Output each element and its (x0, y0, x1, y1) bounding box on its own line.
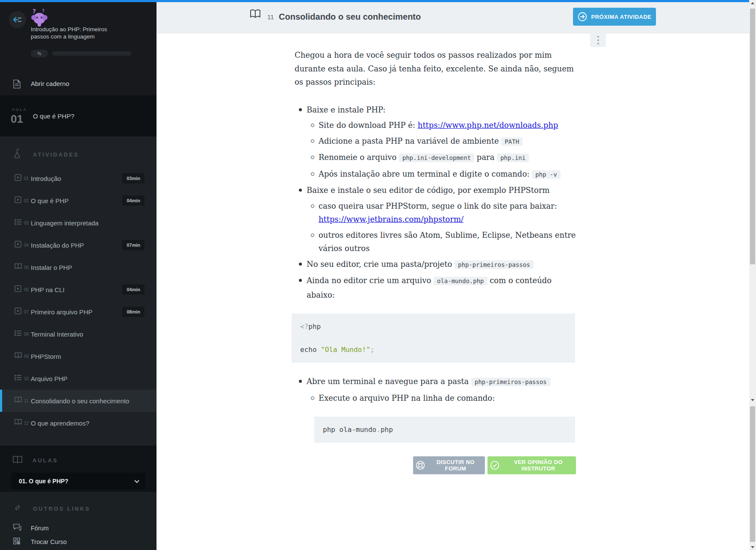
book-icon (15, 397, 22, 405)
code-block: php ola-mundo.php (314, 417, 575, 443)
activity-item-07[interactable]: 07Primeiro arquivo PHP08min (0, 301, 157, 323)
activity-item-label: PHP na CLI (31, 286, 65, 293)
bullet-item: No seu editor, crie uma pasta/projeto ph… (295, 257, 576, 272)
activity-number: 11 (267, 13, 274, 21)
sidebar: ? ? Introdução ao PHP: Primeiros passos … (0, 2, 157, 550)
sub-bullet-item: Renomeie o arquivo php.ini-development p… (295, 151, 576, 165)
php-course-logo: ? ? (29, 7, 50, 28)
video-icon (15, 241, 21, 249)
svg-text:?: ? (42, 8, 44, 14)
activity-item-09[interactable]: 09PHPStorm (0, 345, 157, 367)
video-icon (15, 196, 21, 205)
activity-title: Consolidando o seu conhecimento (279, 12, 421, 22)
activity-item-05[interactable]: 05Instalar o PHP (0, 256, 157, 278)
sidebar-course-header: ? ? Introdução ao PHP: Primeiros passos … (0, 2, 157, 95)
collapse-arrow-icon (13, 16, 22, 23)
activity-item-06[interactable]: 06PHP na CLI04min (0, 278, 157, 301)
bullet-marker (311, 139, 314, 143)
current-lesson-banner[interactable]: AULA 01 O que é PHP? (0, 95, 157, 136)
lesson-select[interactable]: 01. O que é PHP? (11, 473, 145, 490)
activity-book-icon (250, 9, 260, 21)
activity-item-number: 06 (24, 287, 29, 292)
bullet-marker (299, 263, 302, 266)
activity-item-label: Primeiro arquivo PHP (31, 308, 92, 316)
open-book-icon (13, 455, 22, 465)
activity-item-label: Arquivo PHP (31, 375, 68, 382)
inline-code: php -v (532, 170, 561, 179)
forum-label: Fórum (31, 525, 49, 532)
main-panel: 11 Consolidando o seu conhecimento PRÓXI… (157, 2, 749, 550)
discuss-forum-label: DISCUTIR NO FORUM (429, 459, 482, 472)
activity-item-number: 03 (24, 221, 29, 225)
chevron-down-icon (134, 477, 139, 485)
top-accent-bar (0, 0, 749, 2)
activity-actions: DISCUTIR NO FORUMVER OPINIÃO DO INSTRUTO… (413, 456, 576, 474)
list-icon (15, 330, 21, 338)
activity-item-label: Instalar o PHP (31, 264, 72, 271)
progress-percent-badge: % (31, 50, 48, 57)
activity-item-11[interactable]: 11Consolidando o seu conhecimento (0, 390, 157, 412)
scroll-down-arrow[interactable] (749, 544, 756, 550)
activity-content: Chegou a hora de você seguir todos os pa… (295, 48, 576, 474)
bullet-marker (311, 204, 314, 208)
notebook-icon (13, 80, 21, 90)
switch-course-label: Trocar Curso (31, 538, 67, 545)
open-notebook-button[interactable]: Abrir caderno (0, 74, 157, 95)
content-paragraph: Chegou a hora de você seguir todos os pa… (295, 48, 576, 89)
activity-item-12[interactable]: 12O que aprendemos? (0, 412, 157, 434)
switch-course-link[interactable]: Trocar Curso (0, 535, 157, 549)
lesson-number: 01 (11, 112, 23, 126)
lesson-title: O que é PHP? (33, 112, 74, 120)
svg-text:?: ? (32, 8, 36, 15)
bullet-marker (311, 124, 314, 127)
activity-item-01[interactable]: 01Introdução03min (0, 167, 157, 189)
activity-item-02[interactable]: 02O que é PHP04min (0, 189, 157, 212)
activity-item-label: Instalação do PHP (31, 242, 84, 249)
activity-item-number: 08 (24, 332, 29, 337)
instructor-opinion-button[interactable]: VER OPINIÃO DO INSTRUTOR (487, 456, 576, 474)
discuss-forum-button[interactable]: DISCUTIR NO FORUM (413, 456, 485, 474)
activity-item-number: 04 (24, 243, 29, 248)
activity-item-label: O que é PHP (31, 197, 68, 204)
course-player-window: ? ? Introdução ao PHP: Primeiros passos … (0, 0, 756, 550)
activity-duration-badge: 04min (122, 284, 145, 295)
content-link[interactable]: https://www.php.net/downloads.php (418, 121, 558, 130)
other-links-header: OUTROS LINKS (33, 506, 90, 512)
activity-item-03[interactable]: 03Linguagem interpretada (0, 212, 157, 234)
scrollbar-thumb-lower[interactable] (750, 406, 755, 542)
aulas-section: AULAS 01. O que é PHP? (0, 446, 157, 492)
inline-code: php.ini-development (399, 154, 474, 162)
activity-item-label: Consolidando o seu conhecimento (31, 397, 129, 405)
activity-item-04[interactable]: 04Instalação do PHP07min (0, 234, 157, 256)
activity-item-label: O que aprendemos? (31, 420, 89, 427)
bullet-marker (299, 279, 302, 282)
instructor-opinion-label: VER OPINIÃO DO INSTRUTOR (503, 459, 573, 472)
next-activity-button[interactable]: PRÓXIMA ATIVIDADE (573, 8, 656, 26)
activity-item-label: Terminal Interativo (31, 331, 83, 338)
scroll-up-arrow[interactable] (749, 0, 756, 6)
vertical-scrollbar[interactable] (749, 0, 756, 550)
scroll-down-arrow-inner[interactable] (749, 397, 756, 403)
link-icon (13, 503, 22, 514)
activity-item-10[interactable]: 10Arquivo PHP (0, 367, 157, 390)
forum-link[interactable]: Fórum (0, 521, 157, 535)
activity-item-number: 09 (24, 354, 29, 359)
activity-item-number: 02 (24, 198, 29, 203)
scrollbar-thumb[interactable] (750, 9, 755, 264)
sub-bullet-item: outros editores livres são Atom, Sublime… (295, 228, 576, 255)
activity-item-number: 05 (24, 265, 29, 270)
other-links-section: OUTROS LINKS Fórum Troca (0, 492, 157, 550)
list-icon (15, 375, 21, 383)
check-circle-icon (490, 461, 499, 470)
course-title: Introdução ao PHP: Primeiros passos com … (31, 26, 133, 40)
sub-bullet-item: Execute o arquivo PHP na linha de comand… (295, 391, 576, 405)
activity-header: 11 Consolidando o seu conhecimento PRÓXI… (157, 2, 749, 33)
bullet-marker (299, 380, 302, 383)
more-options-button[interactable] (590, 33, 606, 47)
inline-code: php.ini (497, 154, 529, 162)
activity-item-08[interactable]: 08Terminal Interativo (0, 323, 157, 345)
lesson-select-value: 01. O que é PHP? (19, 478, 68, 485)
activity-duration-badge: 08min (122, 307, 145, 317)
collapse-sidebar-button[interactable] (9, 11, 26, 28)
content-link[interactable]: https://www.jetbrains.com/phpstorm/ (319, 215, 464, 224)
